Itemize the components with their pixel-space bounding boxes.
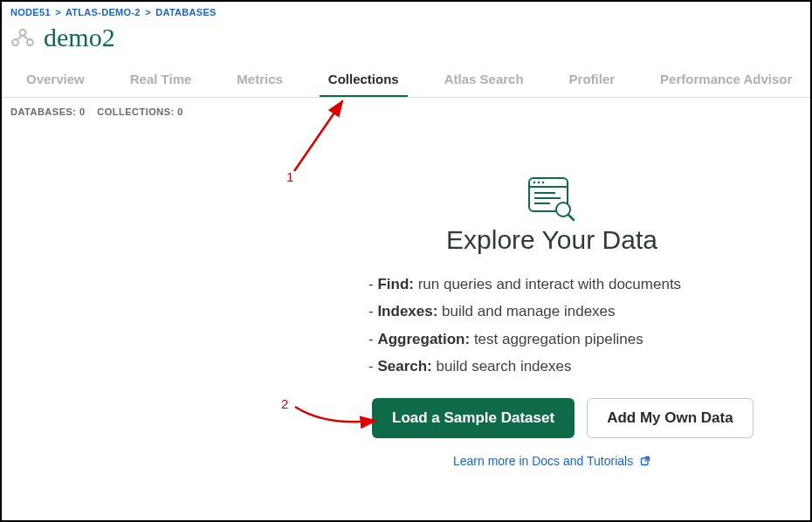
- feature-list: - Find: run queries and interact with do…: [368, 271, 788, 381]
- collections-label: COLLECTIONS:: [97, 106, 175, 117]
- tab-collections[interactable]: Collections: [325, 65, 403, 97]
- button-row: Load a Sample Dataset Add My Own Data: [372, 398, 788, 438]
- databases-count: 0: [79, 106, 86, 117]
- add-my-own-data-button[interactable]: Add My Own Data: [587, 398, 754, 438]
- breadcrumb-item-2[interactable]: ATLAS-DEMO-2: [65, 7, 141, 17]
- collections-count: 0: [177, 106, 183, 117]
- feature-find: - Find: run queries and interact with do…: [368, 271, 788, 298]
- load-sample-dataset-button[interactable]: Load a Sample Dataset: [372, 398, 575, 438]
- explore-data-icon: [527, 176, 576, 222]
- breadcrumb-sep: >: [145, 7, 151, 17]
- tab-profiler[interactable]: Profiler: [566, 65, 619, 97]
- svg-point-2: [20, 30, 26, 36]
- svg-line-4: [23, 35, 29, 40]
- feature-indexes: - Indexes: build and manage indexes: [368, 298, 788, 325]
- explore-title: Explore Your Data: [368, 225, 735, 255]
- tab-metrics[interactable]: Metrics: [233, 65, 286, 97]
- databases-label: DATABASES:: [10, 106, 76, 117]
- page-title: demo2: [44, 23, 115, 52]
- svg-point-8: [538, 182, 540, 184]
- tab-performance-advisor[interactable]: Performance Advisor: [657, 65, 795, 97]
- annotation-label-2: 2: [281, 396, 288, 411]
- tab-atlas-search[interactable]: Atlas Search: [441, 65, 527, 97]
- cluster-icon: [10, 27, 35, 48]
- breadcrumb-item-3[interactable]: DATABASES: [155, 7, 217, 17]
- page-header: demo2: [2, 19, 810, 65]
- tab-realtime[interactable]: Real Time: [127, 65, 196, 97]
- annotation-label-1: 1: [286, 169, 293, 184]
- stats-bar: DATABASES: 0 COLLECTIONS: 0: [2, 98, 810, 126]
- svg-point-7: [533, 182, 536, 184]
- breadcrumb: NODE51 > ATLAS-DEMO-2 > DATABASES: [2, 2, 810, 19]
- breadcrumb-item-1[interactable]: NODE51: [10, 7, 51, 17]
- tab-overview[interactable]: Overview: [23, 65, 88, 97]
- svg-line-14: [568, 215, 574, 220]
- svg-line-16: [645, 457, 650, 461]
- feature-search: - Search: build search indexes: [368, 353, 788, 380]
- svg-point-9: [542, 182, 545, 184]
- explore-panel: Explore Your Data - Find: run queries an…: [368, 176, 788, 468]
- breadcrumb-sep: >: [55, 7, 61, 17]
- tabs-bar: Overview Real Time Metrics Collections A…: [2, 65, 810, 98]
- svg-line-3: [17, 35, 23, 40]
- learn-more-link[interactable]: Learn more in Docs and Tutorials: [368, 454, 735, 468]
- external-link-icon: [637, 454, 650, 468]
- feature-aggregation: - Aggregation: test aggregation pipeline…: [368, 326, 788, 353]
